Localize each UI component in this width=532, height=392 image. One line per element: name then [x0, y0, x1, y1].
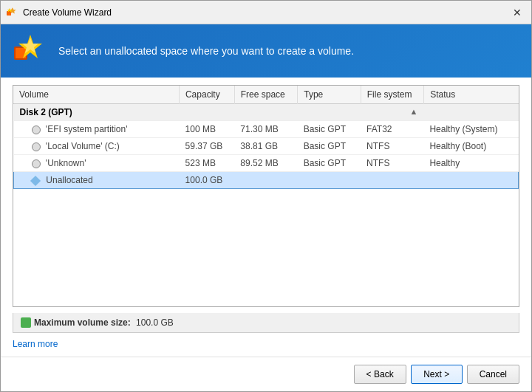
row-volume: 'Unknown' — [14, 155, 180, 172]
row-type: Basic GPT — [298, 121, 361, 138]
row-status: Healthy (Boot) — [423, 138, 518, 155]
row-capacity: 523 MB — [180, 155, 235, 172]
col-filesystem: File system — [361, 86, 424, 104]
window-title: Create Volume Wizard — [23, 7, 112, 18]
header-icon-wrap — [13, 33, 48, 69]
table-row-unallocated[interactable]: Unallocated 100.0 GB — [14, 172, 519, 189]
wizard-window: Create Volume Wizard ✕ Select an unalloc… — [0, 0, 532, 392]
header-banner: Select an unallocated space where you wa… — [1, 24, 531, 78]
row-freespace: 71.30 MB — [234, 121, 297, 138]
header-title: Select an unallocated space where you wa… — [58, 45, 354, 57]
title-bar-left: Create Volume Wizard — [7, 7, 112, 18]
col-capacity: Capacity — [179, 86, 234, 104]
row-capacity: 100 MB — [180, 121, 235, 138]
group-label: Disk 2 (GPT) — [20, 107, 72, 117]
row-filesystem: NTFS — [361, 155, 423, 172]
status-green-indicator — [21, 317, 31, 328]
cylinder-icon — [32, 125, 41, 134]
row-filesystem: NTFS — [361, 138, 423, 155]
title-bar: Create Volume Wizard ✕ — [1, 1, 531, 24]
status-bar: Maximum volume size: 100.0 GB — [13, 313, 519, 333]
svg-rect-2 — [7, 12, 11, 16]
learn-more-link[interactable]: Learn more — [13, 339, 58, 349]
row-freespace: 38.81 GB — [234, 138, 297, 155]
row-capacity-unallocated: 100.0 GB — [180, 172, 235, 189]
volume-data-table: Disk 2 (GPT) ▲ 'EFI system partition' — [13, 104, 519, 189]
learn-more-section: Learn more — [13, 339, 519, 349]
content-area: Volume Capacity Free space Type File sys… — [1, 78, 531, 357]
row-volume-unallocated: Unallocated — [14, 172, 180, 189]
row-status: Healthy — [423, 155, 518, 172]
status-value: 100.0 GB — [136, 317, 174, 328]
row-capacity: 59.37 GB — [180, 138, 235, 155]
col-status: Status — [424, 86, 519, 104]
status-label: Maximum volume size: — [34, 317, 131, 328]
wizard-title-icon — [7, 7, 18, 18]
row-status: Healthy (System) — [423, 121, 518, 138]
cylinder-icon — [32, 159, 41, 168]
footer-buttons: < Back Next > Cancel — [1, 357, 531, 391]
group-header-disk2[interactable]: Disk 2 (GPT) ▲ — [14, 104, 519, 121]
table-body-scroll: Disk 2 (GPT) ▲ 'EFI system partition' — [13, 104, 519, 306]
col-type: Type — [298, 86, 361, 104]
cancel-button[interactable]: Cancel — [467, 365, 519, 384]
status-text: Maximum volume size: 100.0 GB — [34, 317, 174, 328]
table-row[interactable]: 'EFI system partition' 100 MB 71.30 MB B… — [14, 121, 519, 138]
col-volume: Volume — [13, 86, 179, 104]
row-volume: 'Local Volume' (C:) — [14, 138, 180, 155]
next-button[interactable]: Next > — [411, 365, 463, 384]
row-type: Basic GPT — [298, 138, 361, 155]
header-wizard-icon — [13, 33, 48, 69]
collapse-icon[interactable]: ▲ — [410, 107, 418, 116]
cylinder-icon — [32, 142, 41, 151]
row-volume: 'EFI system partition' — [14, 121, 180, 138]
row-filesystem: FAT32 — [361, 121, 423, 138]
col-freespace: Free space — [234, 86, 298, 104]
volume-table-container: Volume Capacity Free space Type File sys… — [13, 85, 519, 307]
row-type: Basic GPT — [298, 155, 361, 172]
table-row[interactable]: 'Local Volume' (C:) 59.37 GB 38.81 GB Ba… — [14, 138, 519, 155]
back-button[interactable]: < Back — [354, 365, 406, 384]
row-freespace: 89.52 MB — [234, 155, 297, 172]
diamond-icon — [30, 176, 41, 186]
close-button[interactable]: ✕ — [509, 4, 525, 21]
table-row[interactable]: 'Unknown' 523 MB 89.52 MB Basic GPT NTFS… — [14, 155, 519, 172]
volume-table: Volume Capacity Free space Type File sys… — [13, 86, 519, 104]
